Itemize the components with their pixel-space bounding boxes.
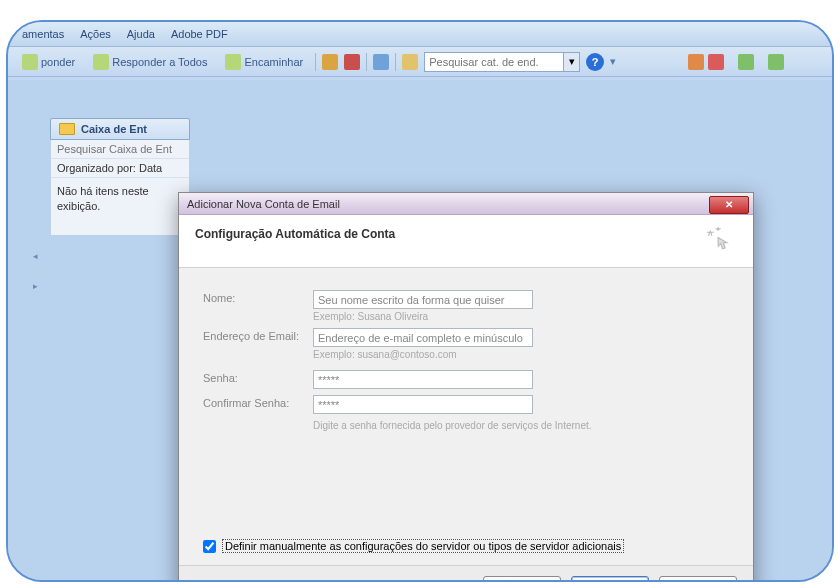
toolbar-icon-4[interactable] bbox=[768, 54, 784, 70]
menu-ferramentas[interactable]: amentas bbox=[16, 26, 70, 42]
dropdown-icon[interactable]: ▾ bbox=[564, 52, 580, 72]
password-input[interactable] bbox=[313, 370, 533, 389]
flag-icon[interactable] bbox=[344, 54, 360, 70]
categorize-icon[interactable] bbox=[322, 54, 338, 70]
menu-acoes[interactable]: Ações bbox=[74, 26, 117, 42]
organized-by[interactable]: Organizado por: Data bbox=[51, 159, 189, 178]
reply-all-button[interactable]: Responder a Todos bbox=[87, 52, 213, 72]
dialog-button-bar: < Voltar Avançar > Cancelar bbox=[179, 565, 753, 582]
dialog-subtitle: Configuração Automática de Conta bbox=[195, 227, 395, 241]
inbox-panel: Organizado por: Data Não há itens neste … bbox=[50, 140, 190, 236]
folder-icon bbox=[59, 123, 75, 135]
next-button[interactable]: Avançar > bbox=[571, 576, 649, 583]
manual-config-checkbox[interactable] bbox=[203, 540, 216, 553]
email-label: Endereço de Email: bbox=[203, 328, 313, 342]
inbox-title: Caixa de Ent bbox=[81, 123, 147, 135]
expand-handle-right[interactable]: ▸ bbox=[30, 272, 40, 300]
toolbar-icon-2[interactable] bbox=[708, 54, 724, 70]
manual-config-row: Definir manualmente as configurações do … bbox=[203, 539, 624, 553]
search-address-input[interactable] bbox=[424, 52, 564, 72]
send-receive-icon[interactable] bbox=[373, 54, 389, 70]
address-book-icon[interactable] bbox=[402, 54, 418, 70]
name-label: Nome: bbox=[203, 290, 313, 304]
email-input[interactable] bbox=[313, 328, 533, 347]
help-icon[interactable]: ? bbox=[586, 53, 604, 71]
forward-button[interactable]: Encaminhar bbox=[219, 52, 309, 72]
toolbar: ponder Responder a Todos Encaminhar ▾ ? … bbox=[8, 47, 832, 77]
toolbar-icon-1[interactable] bbox=[688, 54, 704, 70]
name-input[interactable] bbox=[313, 290, 533, 309]
password-label: Senha: bbox=[203, 370, 313, 384]
password-hint: Digite a senha fornecida pelo provedor d… bbox=[313, 420, 729, 431]
collapse-handle-left[interactable]: ◂ bbox=[30, 242, 40, 270]
email-example: Exemplo: susana@contoso.com bbox=[313, 349, 729, 360]
dialog-header: Configuração Automática de Conta bbox=[179, 215, 753, 268]
inbox-search-input[interactable] bbox=[51, 140, 201, 158]
menubar: amentas Ações Ajuda Adobe PDF bbox=[8, 22, 832, 47]
confirm-password-label: Confirmar Senha: bbox=[203, 395, 313, 409]
add-email-account-dialog: Adicionar Nova Conta de Email ✕ Configur… bbox=[178, 192, 754, 582]
dialog-titlebar[interactable]: Adicionar Nova Conta de Email ✕ bbox=[179, 193, 753, 215]
menu-adobe-pdf[interactable]: Adobe PDF bbox=[165, 26, 234, 42]
dialog-title: Adicionar Nova Conta de Email bbox=[187, 198, 709, 210]
manual-config-label[interactable]: Definir manualmente as configurações do … bbox=[222, 539, 624, 553]
reply-button[interactable]: ponder bbox=[16, 52, 81, 72]
menu-ajuda[interactable]: Ajuda bbox=[121, 26, 161, 42]
form-area: Nome: Exemplo: Susana Oliveira Endereço … bbox=[179, 268, 753, 439]
close-button[interactable]: ✕ bbox=[709, 196, 749, 214]
empty-message: Não há itens neste exibição. bbox=[51, 178, 189, 235]
back-button: < Voltar bbox=[483, 576, 561, 583]
confirm-password-input[interactable] bbox=[313, 395, 533, 414]
cancel-button[interactable]: Cancelar bbox=[659, 576, 737, 583]
toolbar-icon-3[interactable] bbox=[738, 54, 754, 70]
name-example: Exemplo: Susana Oliveira bbox=[313, 311, 729, 322]
inbox-header: Caixa de Ent bbox=[50, 118, 190, 140]
wand-cursor-icon bbox=[705, 227, 733, 255]
chevron-down-icon[interactable]: ▾ bbox=[610, 55, 616, 68]
search-address-combo[interactable]: ▾ bbox=[424, 52, 580, 72]
